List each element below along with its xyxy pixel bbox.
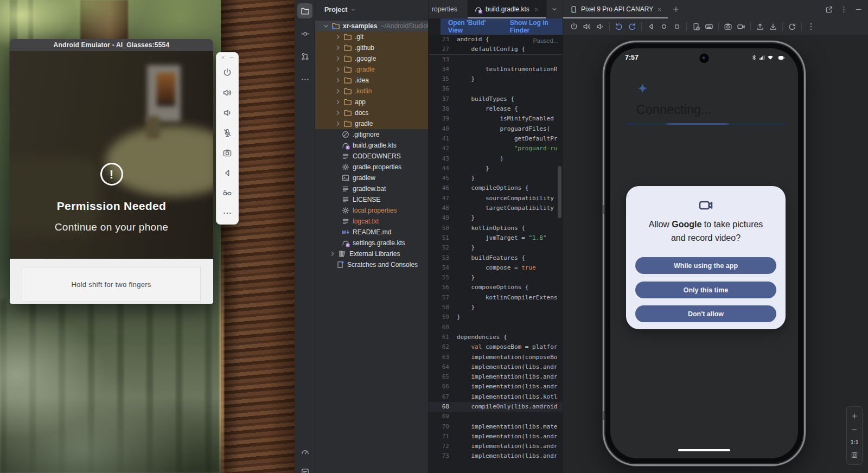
tree-item-readme-md[interactable]: MREADME.md <box>315 227 428 238</box>
editor-scrollbar[interactable] <box>558 166 561 218</box>
home-button[interactable] <box>658 20 671 33</box>
zoom-out-button[interactable] <box>851 426 858 433</box>
chevron-right-icon[interactable] <box>328 250 337 258</box>
volume-down-button[interactable] <box>593 20 607 33</box>
tree-item--gitignore[interactable]: .gitignore <box>315 129 428 140</box>
zoom-actual-size-button[interactable]: 1:1 <box>851 439 858 445</box>
code-line-50[interactable]: 50 kotlinOptions { <box>429 223 563 233</box>
upload-button[interactable] <box>754 20 767 33</box>
tree-item-logcat-txt[interactable]: logcat.txt <box>315 216 428 227</box>
tab-gradle-properties[interactable]: roperties <box>429 0 468 18</box>
chevron-right-icon[interactable] <box>334 108 342 117</box>
rotate-left-button[interactable] <box>612 20 626 33</box>
emulator-title[interactable]: Android Emulator - AI_Glasses:5554 <box>10 39 213 51</box>
camera-button[interactable] <box>722 20 735 33</box>
tree-item-gradlew-bat[interactable]: gradlew.bat <box>315 183 428 194</box>
code-line-65[interactable]: 65 implementation(libs.andr <box>429 372 563 382</box>
close-x-icon[interactable] <box>220 55 226 60</box>
chevron-right-icon[interactable] <box>334 43 342 52</box>
tree-item-settings-gradle-kts[interactable]: Ksettings.gradle.kts <box>315 238 428 248</box>
project-folder-button[interactable] <box>297 3 312 18</box>
chevron-down-icon[interactable] <box>322 22 330 30</box>
logcat-button[interactable] <box>297 464 312 473</box>
permission-button-while-using-the-app[interactable]: While using the app <box>635 257 776 274</box>
tree-item-build-gradle-kts[interactable]: Kbuild.gradle.kts <box>315 140 428 151</box>
code-line-69[interactable]: 69 <box>429 412 563 421</box>
code-line-60[interactable]: 60 <box>429 323 563 333</box>
chevron-right-icon[interactable] <box>334 65 342 74</box>
tab-list-chevron-icon[interactable] <box>551 5 558 13</box>
code-line-41[interactable]: 41 getDefaultPr <box>429 134 563 144</box>
tree-item--gradle[interactable]: .gradle <box>315 64 428 75</box>
code-line-52[interactable]: 52 } <box>429 243 563 253</box>
code-line-64[interactable]: 64 implementation(libs.andr <box>429 362 563 372</box>
zoom-in-button[interactable] <box>851 412 858 420</box>
code-line-72[interactable]: 72 implementation(libs.andr <box>429 442 563 451</box>
power-button[interactable] <box>567 20 580 33</box>
close-tab-icon[interactable] <box>534 7 540 12</box>
tree-item--github[interactable]: .github <box>315 42 428 53</box>
code-line-47[interactable]: 47 sourceCompatibility <box>429 194 563 203</box>
device-settings-button[interactable] <box>690 20 703 33</box>
tree-item--idea[interactable]: .idea <box>315 75 428 86</box>
home-indicator[interactable] <box>678 449 730 451</box>
tree-item--google[interactable]: .google <box>315 53 428 64</box>
code-line-63[interactable]: 63 implementation(composeBo <box>429 353 563 362</box>
code-line-53[interactable]: 53 buildFeatures { <box>429 253 563 263</box>
chevron-right-icon[interactable] <box>334 76 342 85</box>
code-line-57[interactable]: 57 kotlinCompilerExtens <box>429 293 563 303</box>
code-line-27[interactable]: 27 defaultConfig { <box>429 44 563 54</box>
mic-off-button[interactable] <box>218 123 238 143</box>
chevron-right-icon[interactable] <box>334 87 342 95</box>
code-line-46[interactable]: 46 compileOptions { <box>429 183 563 193</box>
open-in-new-window-icon[interactable] <box>825 5 833 14</box>
code-line-45[interactable]: 45 } <box>429 174 563 183</box>
show-log-in-finder-link[interactable]: Show Log in Finder <box>510 19 563 34</box>
record-video-button[interactable] <box>735 20 748 33</box>
code-line-42[interactable]: 42 "proguard-ru <box>429 144 563 154</box>
permission-button-don-t-allow[interactable]: Don't allow <box>635 305 776 322</box>
tree-item-codeowners[interactable]: CODEOWNERS <box>315 151 428 162</box>
code-line-38[interactable]: 38 release { <box>429 104 563 114</box>
tree-item-gradlew[interactable]: gradlew <box>315 172 428 183</box>
panel-options-icon[interactable] <box>840 5 848 14</box>
code-line-34[interactable]: 34 testInstrumentationR <box>429 65 563 74</box>
code-line-61[interactable]: 61dependencies { <box>429 333 563 342</box>
add-device-tab-button[interactable] <box>670 3 682 15</box>
code-line-54[interactable]: 54 compose = true <box>429 263 563 273</box>
code-line-59[interactable]: 59} <box>429 312 563 322</box>
code-line-67[interactable]: 67 implementation(libs.kotl <box>429 392 563 402</box>
chevron-right-icon[interactable] <box>334 98 342 106</box>
restart-button[interactable] <box>786 20 799 33</box>
commit-button[interactable] <box>297 26 312 41</box>
back-button[interactable] <box>218 163 238 183</box>
more-vert-button[interactable] <box>805 20 818 33</box>
more-horizontal-button[interactable] <box>218 203 238 223</box>
download-button[interactable] <box>767 20 780 33</box>
code-line-39[interactable]: 39 isMinifyEnabled <box>429 114 563 124</box>
code-line-37[interactable]: 37 buildTypes { <box>429 94 563 104</box>
phone-screen[interactable]: 7:57 Connecting... Allow Google to take … <box>610 48 798 458</box>
code-line-44[interactable]: 44 } <box>429 164 563 174</box>
permission-button-only-this-time[interactable]: Only this time <box>635 282 776 298</box>
tree-item-gradle[interactable]: gradle <box>315 118 428 129</box>
glasses-button[interactable] <box>218 183 238 203</box>
code-line-73[interactable]: 73 implementation(libs.andr <box>429 451 563 461</box>
code-line-66[interactable]: 66 implementation(libs.andr <box>429 382 563 392</box>
tree-item--kotlin[interactable]: .kotlin <box>315 86 428 97</box>
hide-panel-icon[interactable] <box>854 5 863 14</box>
close-device-tab-icon[interactable] <box>656 7 662 12</box>
emulator-screen[interactable]: ! Permission Needed Continue on your pho… <box>10 51 213 259</box>
code-line-58[interactable]: 58 } <box>429 303 563 312</box>
code-line-62[interactable]: 62 val composeBom = platfor <box>429 342 563 352</box>
code-line-71[interactable]: 71 implementation(libs.andr <box>429 432 563 442</box>
rotate-right-button[interactable] <box>626 20 639 33</box>
code-line-36[interactable]: 36 <box>429 84 563 94</box>
tree-item-app[interactable]: app <box>315 97 428 107</box>
code-line-70[interactable]: 70 implementation(libs.mate <box>429 422 563 432</box>
chevron-right-icon[interactable] <box>334 54 342 63</box>
tree-item-docs[interactable]: docs <box>315 107 428 118</box>
tab-pixel-9-pro[interactable]: Pixel 9 Pro API CANARY <box>563 0 668 18</box>
tree-item-local-properties[interactable]: local.properties <box>315 205 428 216</box>
code-line-56[interactable]: 56 composeOptions { <box>429 283 563 292</box>
